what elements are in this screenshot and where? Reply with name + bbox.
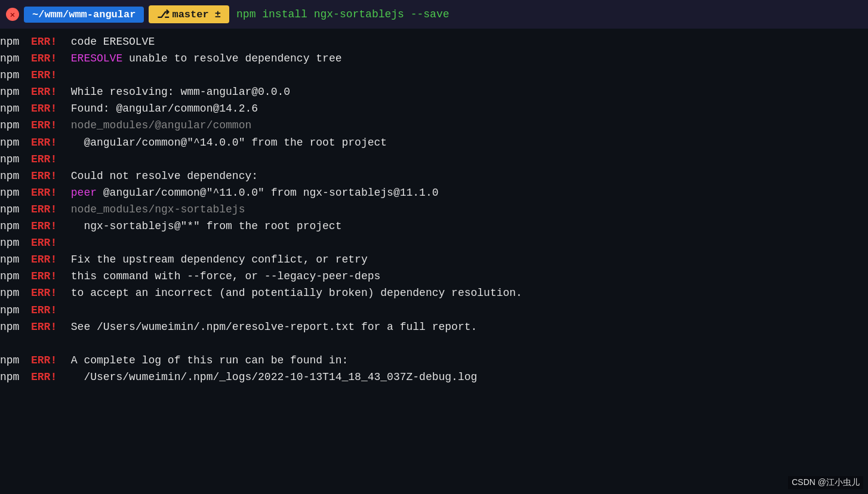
npm-label: npm xyxy=(0,369,31,385)
err-label: ERR! xyxy=(31,51,62,66)
err-label: ERR! xyxy=(31,202,62,217)
err-label: ERR! xyxy=(31,319,62,335)
err-label: ERR! xyxy=(31,135,62,150)
line-text: While resolving: wmm-angular@0.0.0 xyxy=(64,84,290,100)
title-bar: ✕ ~/wmm/wmm-angular ⎇ master ± npm insta… xyxy=(0,0,868,29)
line-text: @angular/common@"^11.0.0" from ngx-sorta… xyxy=(97,185,439,200)
npm-label: npm xyxy=(0,319,31,335)
line-text: Could not resolve dependency: xyxy=(64,168,258,184)
output-line: npm ERR! node_modules/@angular/common xyxy=(0,117,868,134)
npm-label: npm xyxy=(0,252,31,267)
line-text: to accept an incorrect (and potentially … xyxy=(64,285,522,301)
err-label: ERR! xyxy=(31,353,62,368)
line-text: Found: @angular/common@14.2.6 xyxy=(64,101,258,116)
err-label: ERR! xyxy=(31,118,62,133)
npm-label: npm xyxy=(0,84,31,100)
output-line: npm ERR! While resolving: wmm-angular@0.… xyxy=(0,84,868,100)
err-label: ERR! xyxy=(31,34,62,50)
line-text xyxy=(0,336,7,351)
npm-label: npm xyxy=(0,67,31,83)
line-text: unable to resolve dependency tree xyxy=(122,51,341,66)
err-label: ERR! xyxy=(31,67,62,83)
path-badge: ~/wmm/wmm-angular xyxy=(24,7,144,23)
line-text: A complete log of this run can be found … xyxy=(64,353,348,368)
output-line: npm ERR! xyxy=(0,67,868,84)
output-line: npm ERR! xyxy=(0,302,868,319)
line-text-magenta: peer xyxy=(64,185,97,200)
line-text: ngx-sortablejs@"*" from the root project xyxy=(64,218,341,234)
command-text: npm install ngx-sortablejs --save xyxy=(236,8,449,20)
err-label: ERR! xyxy=(31,285,62,301)
err-label: ERR! xyxy=(31,185,62,200)
line-text-gray: node_modules/@angular/common xyxy=(64,118,251,133)
err-label: ERR! xyxy=(31,168,62,184)
output-line: npm ERR! See /Users/wumeimin/.npm/eresol… xyxy=(0,319,868,335)
line-text-gray: node_modules/ngx-sortablejs xyxy=(64,202,245,217)
output-line: npm ERR! this command with --force, or -… xyxy=(0,268,868,285)
output-line: npm ERR! code ERESOLVE xyxy=(0,33,868,50)
npm-label: npm xyxy=(0,235,31,251)
output-line: npm ERR! node_modules/ngx-sortablejs xyxy=(0,201,868,218)
err-label: ERR! xyxy=(31,218,62,234)
npm-label: npm xyxy=(0,218,31,234)
branch-name: master ± xyxy=(172,9,221,20)
npm-label: npm xyxy=(0,101,31,116)
line-text: See /Users/wumeimin/.npm/eresolve-report… xyxy=(64,319,477,335)
err-label: ERR! xyxy=(31,302,62,318)
line-text: /Users/wumeimin/.npm/_logs/2022-10-13T14… xyxy=(64,369,477,385)
line-text: this command with --force, or --legacy-p… xyxy=(64,268,380,284)
npm-label: npm xyxy=(0,202,31,217)
close-button[interactable]: ✕ xyxy=(6,8,19,21)
err-label: ERR! xyxy=(31,152,62,167)
output-line: npm ERR! xyxy=(0,151,868,168)
watermark: CSDN @江小虫儿 xyxy=(788,476,863,489)
npm-label: npm xyxy=(0,118,31,133)
npm-label: npm xyxy=(0,51,31,66)
output-line: npm ERR! @angular/common@"^14.0.0" from … xyxy=(0,134,868,151)
err-label: ERR! xyxy=(31,369,62,385)
npm-label: npm xyxy=(0,168,31,184)
npm-label: npm xyxy=(0,353,31,368)
output-line: npm ERR! Fix the upstream dependency con… xyxy=(0,251,868,268)
terminal-output: npm ERR! code ERESOLVE npm ERR! ERESOLVE… xyxy=(0,29,868,385)
output-line: npm ERR! ngx-sortablejs@"*" from the roo… xyxy=(0,218,868,234)
npm-label: npm xyxy=(0,34,31,50)
npm-label: npm xyxy=(0,152,31,167)
npm-label: npm xyxy=(0,185,31,200)
output-line: npm ERR! Could not resolve dependency: xyxy=(0,168,868,184)
err-label: ERR! xyxy=(31,235,62,251)
npm-label: npm xyxy=(0,268,31,284)
line-text-magenta: ERESOLVE xyxy=(64,51,122,66)
line-text: Fix the upstream dependency conflict, or… xyxy=(64,252,368,267)
npm-label: npm xyxy=(0,135,31,150)
err-label: ERR! xyxy=(31,101,62,116)
output-line: npm ERR! ERESOLVE unable to resolve depe… xyxy=(0,50,868,67)
output-line: npm ERR! xyxy=(0,234,868,251)
branch-icon: ⎇ xyxy=(157,8,170,21)
output-line: npm ERR! /Users/wumeimin/.npm/_logs/2022… xyxy=(0,369,868,385)
line-text: code ERESOLVE xyxy=(64,34,155,50)
output-line xyxy=(0,335,868,352)
err-label: ERR! xyxy=(31,268,62,284)
output-line: npm ERR! Found: @angular/common@14.2.6 xyxy=(0,100,868,117)
branch-badge: ⎇ master ± xyxy=(149,5,229,23)
output-line: npm ERR! to accept an incorrect (and pot… xyxy=(0,285,868,301)
npm-label: npm xyxy=(0,302,31,318)
npm-label: npm xyxy=(0,285,31,301)
output-line: npm ERR! A complete log of this run can … xyxy=(0,352,868,369)
output-line: npm ERR! peer @angular/common@"^11.0.0" … xyxy=(0,184,868,201)
err-label: ERR! xyxy=(31,84,62,100)
err-label: ERR! xyxy=(31,252,62,267)
line-text: @angular/common@"^14.0.0" from the root … xyxy=(64,135,387,150)
terminal-window: ✕ ~/wmm/wmm-angular ⎇ master ± npm insta… xyxy=(0,0,868,494)
